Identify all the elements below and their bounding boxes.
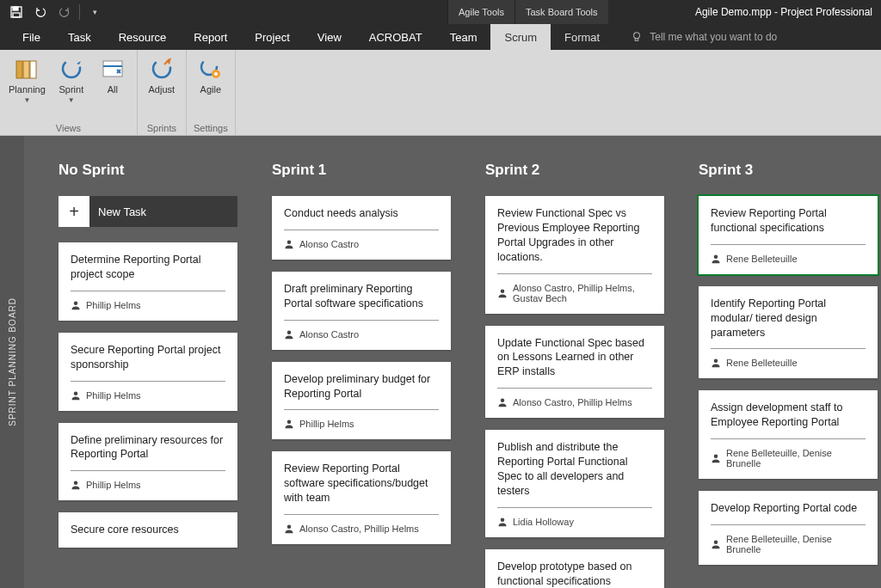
planning-label: Planning: [9, 84, 46, 95]
save-button[interactable]: [7, 3, 26, 21]
task-card[interactable]: Secure core resources: [59, 512, 237, 548]
ribbon-group-settings: Agile Settings: [187, 50, 236, 135]
task-card[interactable]: Secure Reporting Portal project sponsors…: [59, 333, 237, 411]
plus-icon: +: [59, 196, 89, 227]
person-icon: [711, 358, 721, 368]
person-icon: [71, 480, 81, 490]
card-title: Determine Reporting Portal project scope: [71, 253, 225, 291]
person-icon: [71, 390, 81, 401]
all-button[interactable]: All: [94, 53, 132, 106]
column-header: Sprint 1: [272, 162, 451, 179]
card-title: Conduct needs analysis: [284, 206, 439, 230]
agile-button[interactable]: Agile: [192, 53, 230, 96]
svg-rect-4: [635, 39, 638, 41]
all-icon: [99, 55, 126, 83]
task-card[interactable]: Review Reporting Portal software specifi…: [272, 451, 451, 544]
new-task-label: New Task: [89, 196, 237, 227]
customize-qat-button[interactable]: ▾: [85, 3, 104, 21]
card-title: Develop preliminary budget for Reporting…: [284, 372, 439, 411]
card-title: Publish and distribute the Reporting Por…: [497, 440, 652, 508]
card-assignees: Alonso Castro: [284, 329, 439, 340]
agile-label: Agile: [200, 84, 221, 95]
card-title: Review Functional Spec vs Previous Emplo…: [497, 206, 652, 274]
svg-point-18: [74, 481, 78, 486]
card-assignees: Rene Belleteuille, Denise Brunelle: [711, 448, 866, 469]
task-card[interactable]: Identify Reporting Portal modular/ tiere…: [699, 286, 878, 379]
ribbon-body: Planning ▼ Sprint ▼ All Views: [0, 50, 881, 136]
person-icon: [711, 453, 721, 463]
tool-tab-taskboard[interactable]: Task Board Tools: [514, 0, 608, 24]
tab-task[interactable]: Task: [54, 24, 105, 50]
card-title: Secure Reporting Portal project sponsors…: [71, 343, 225, 382]
tab-scrum[interactable]: Scrum: [490, 24, 551, 50]
sprint-button[interactable]: Sprint ▼: [52, 53, 90, 106]
column-header: Sprint 2: [485, 162, 664, 179]
svg-rect-7: [30, 61, 36, 78]
svg-point-8: [63, 60, 80, 77]
task-card[interactable]: Determine Reporting Portal project scope…: [59, 242, 237, 321]
card-assignees: Alonso Castro, Phillip Helms: [497, 397, 652, 407]
tool-tab-agile[interactable]: Agile Tools: [447, 0, 514, 24]
tab-file[interactable]: File: [9, 24, 54, 50]
tab-view[interactable]: View: [304, 24, 355, 50]
undo-button[interactable]: [31, 3, 50, 21]
svg-point-20: [287, 330, 292, 334]
task-card[interactable]: Review Functional Spec vs Previous Emplo…: [485, 196, 664, 314]
ribbon-group-views: Planning ▼ Sprint ▼ All Views: [0, 50, 138, 135]
svg-point-21: [287, 420, 292, 425]
card-title: Review Reporting Portal functional speci…: [711, 206, 866, 245]
svg-point-26: [714, 254, 718, 259]
planning-button[interactable]: Planning ▼: [5, 53, 49, 106]
task-card[interactable]: Assign development staff to Employee Rep…: [699, 390, 878, 479]
sprint-icon: [58, 55, 85, 83]
quick-access-toolbar: ▾: [0, 3, 104, 21]
person-icon: [284, 419, 294, 429]
svg-point-16: [74, 301, 78, 305]
all-label: All: [108, 84, 118, 95]
task-card[interactable]: Develop preliminary budget for Reporting…: [272, 362, 451, 440]
task-card[interactable]: Define preliminary resources for Reporti…: [59, 423, 237, 501]
window-title: Agile Demo.mpp - Project Professional: [695, 0, 872, 24]
task-card[interactable]: Review Reporting Portal functional speci…: [699, 196, 878, 274]
svg-point-27: [714, 359, 718, 364]
task-card[interactable]: Develop Reporting Portal codeRene Bellet…: [699, 491, 878, 565]
svg-rect-2: [13, 13, 20, 17]
tab-project[interactable]: Project: [241, 24, 303, 50]
card-assignees: Phillip Helms: [71, 480, 225, 490]
group-label-sprints: Sprints: [143, 121, 181, 133]
board-column: Sprint 1Conduct needs analysisAlonso Cas…: [272, 162, 451, 588]
board-column: Sprint 2Review Functional Spec vs Previo…: [485, 162, 664, 588]
redo-button[interactable]: [55, 3, 74, 21]
card-title: Draft preliminary Reporting Portal softw…: [284, 282, 439, 321]
board-container: SPRINT PLANNING BOARD No Sprint+New Task…: [0, 136, 881, 588]
person-icon: [284, 329, 294, 340]
task-card[interactable]: Conduct needs analysisAlonso Castro: [272, 196, 451, 260]
tab-team[interactable]: Team: [436, 24, 491, 50]
sprint-label: Sprint: [59, 84, 83, 95]
tab-format[interactable]: Format: [551, 24, 613, 50]
svg-point-25: [501, 518, 505, 522]
board-side-label: SPRINT PLANNING BOARD: [0, 136, 24, 588]
task-card[interactable]: Draft preliminary Reporting Portal softw…: [272, 272, 451, 350]
card-assignees: Rene Belleteuille: [711, 358, 866, 368]
tab-resource[interactable]: Resource: [105, 24, 181, 50]
tab-report[interactable]: Report: [180, 24, 241, 50]
contextual-tool-tabs: Agile Tools Task Board Tools: [447, 0, 608, 24]
card-title: Assign development staff to Employee Rep…: [711, 401, 866, 439]
tab-acrobat[interactable]: ACROBAT: [355, 24, 436, 50]
task-card[interactable]: Develop prototype based on functional sp…: [485, 549, 664, 588]
planning-icon: [13, 55, 40, 83]
card-assignees: Rene Belleteuille: [711, 254, 866, 264]
qat-separator: [79, 4, 80, 20]
adjust-button[interactable]: Adjust: [143, 53, 181, 96]
new-task-button[interactable]: +New Task: [59, 196, 237, 227]
person-icon: [284, 524, 294, 534]
task-card[interactable]: Update Functional Spec based on Lessons …: [485, 326, 664, 419]
task-card[interactable]: Publish and distribute the Reporting Por…: [485, 430, 664, 537]
person-icon: [71, 300, 81, 310]
card-assignees: Phillip Helms: [71, 300, 225, 310]
tell-me-search[interactable]: Tell me what you want to do: [631, 24, 777, 50]
svg-rect-6: [23, 61, 29, 78]
title-bar: ▾ Agile Tools Task Board Tools Agile Dem…: [0, 0, 881, 24]
svg-point-23: [501, 289, 505, 293]
